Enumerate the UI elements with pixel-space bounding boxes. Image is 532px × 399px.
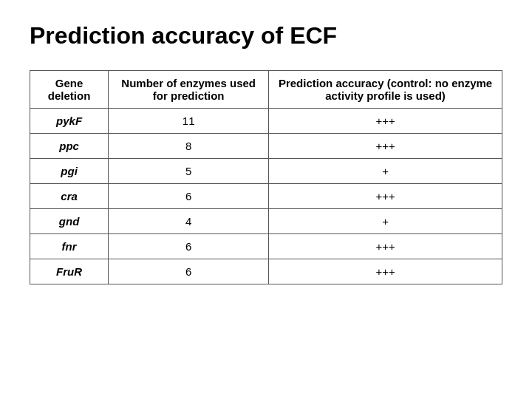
enzymes-cell: 6 — [109, 234, 269, 259]
enzymes-cell: 6 — [109, 184, 269, 209]
accuracy-cell: + — [269, 209, 502, 234]
accuracy-cell: +++ — [269, 259, 502, 284]
enzymes-cell: 5 — [109, 159, 269, 184]
enzymes-cell: 11 — [109, 109, 269, 134]
accuracy-cell: +++ — [269, 134, 502, 159]
gene-cell: pgi — [30, 159, 109, 184]
gene-cell: cra — [30, 184, 109, 209]
gene-cell: pykF — [30, 109, 109, 134]
accuracy-cell: +++ — [269, 109, 502, 134]
accuracy-table: Gene deletion Number of enzymes used for… — [30, 70, 502, 284]
table-row: ppc8+++ — [30, 134, 502, 159]
page-title: Prediction accuracy of ECF — [30, 22, 337, 50]
col3-header: Prediction accuracy (control: no enzyme … — [269, 71, 502, 109]
enzymes-cell: 6 — [109, 259, 269, 284]
accuracy-cell: +++ — [269, 234, 502, 259]
table-row: pykF11+++ — [30, 109, 502, 134]
accuracy-cell: +++ — [269, 184, 502, 209]
col1-header: Gene deletion — [30, 71, 109, 109]
gene-cell: FruR — [30, 259, 109, 284]
enzymes-cell: 8 — [109, 134, 269, 159]
table-header-row: Gene deletion Number of enzymes used for… — [30, 71, 502, 109]
table-row: cra6+++ — [30, 184, 502, 209]
gene-cell: ppc — [30, 134, 109, 159]
accuracy-cell: + — [269, 159, 502, 184]
enzymes-cell: 4 — [109, 209, 269, 234]
gene-cell: fnr — [30, 234, 109, 259]
table-row: pgi5+ — [30, 159, 502, 184]
table-row: gnd4+ — [30, 209, 502, 234]
col2-header: Number of enzymes used for prediction — [109, 71, 269, 109]
gene-cell: gnd — [30, 209, 109, 234]
table-row: FruR6+++ — [30, 259, 502, 284]
table-row: fnr6+++ — [30, 234, 502, 259]
